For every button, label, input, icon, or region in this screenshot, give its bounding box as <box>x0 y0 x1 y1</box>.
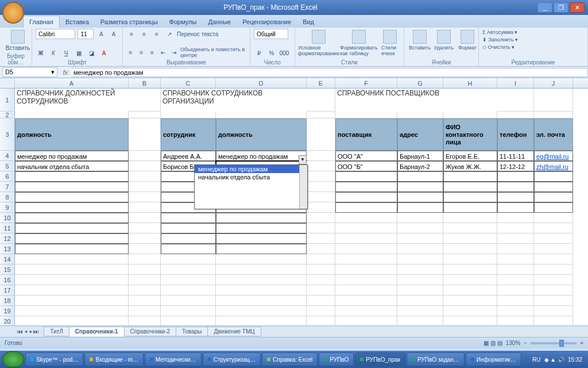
cell-C1[interactable]: СПРАВОЧНИК СОТРУДНИКОВ ОРГАНИЗАЦИИ <box>161 89 307 112</box>
cell-H5[interactable]: Жуков Ж.Ж. <box>443 161 497 171</box>
cell-C3[interactable]: сотрудник <box>161 118 216 151</box>
cell-E14[interactable] <box>307 254 335 264</box>
cell-A8[interactable] <box>15 192 129 202</box>
cell-J18[interactable] <box>534 296 573 306</box>
cell-E13[interactable] <box>307 244 335 254</box>
cell-E7[interactable] <box>307 182 335 192</box>
cell-F19[interactable] <box>335 306 397 316</box>
row-header[interactable]: 10 <box>0 213 15 223</box>
cell-B10[interactable] <box>129 213 161 223</box>
cell-E20[interactable] <box>307 316 335 325</box>
cell-B9[interactable] <box>129 202 161 213</box>
tray-icons[interactable]: ◆ ▲ 🔊 <box>544 356 564 363</box>
cell-G10[interactable] <box>397 213 443 223</box>
format-table-button[interactable]: Форматировать как таблицу <box>339 29 379 57</box>
cell-A7[interactable] <box>15 182 129 192</box>
cell-B2[interactable] <box>129 112 161 118</box>
row-header[interactable]: 14 <box>0 254 15 264</box>
cell-E3[interactable] <box>307 118 335 151</box>
lang-indicator[interactable]: RU <box>532 356 540 363</box>
insert-cells-button[interactable]: Вставить <box>408 29 432 52</box>
wrap-text[interactable]: Перенос текста <box>177 31 218 37</box>
cell-F2[interactable] <box>335 112 397 118</box>
indent-inc-icon[interactable]: ⇥ <box>169 47 178 57</box>
cell-styles-button[interactable]: Стили ячеек <box>379 29 400 57</box>
align-left-icon[interactable]: ≡ <box>126 47 135 57</box>
tab-home[interactable]: Главная <box>23 16 60 28</box>
row-header[interactable]: 7 <box>0 182 15 192</box>
name-box[interactable]: D5▾ <box>2 67 57 77</box>
taskbar-item[interactable]: Справка: Excel <box>262 352 318 366</box>
cell-F1[interactable]: СПРАВОЧНИК ПОСТАВЩИКОВ <box>335 89 497 112</box>
cell-G19[interactable] <box>397 306 443 316</box>
cell-A19[interactable] <box>15 306 129 316</box>
italic-icon[interactable]: К <box>48 48 59 58</box>
cell-A14[interactable] <box>15 254 129 264</box>
cell-I11[interactable] <box>497 223 534 233</box>
col-G[interactable]: G <box>397 78 443 88</box>
font-size[interactable]: 11 <box>78 29 94 39</box>
cell-C12[interactable] <box>161 233 216 244</box>
dropdown-option[interactable]: менеджер по продажам <box>195 165 307 173</box>
col-C[interactable]: C <box>161 78 216 88</box>
taskbar-item[interactable]: Методически… <box>145 352 202 366</box>
cell-G7[interactable] <box>397 182 443 192</box>
row-header[interactable]: 15 <box>0 264 15 275</box>
cell-C2[interactable] <box>161 112 216 118</box>
row-header[interactable]: 8 <box>0 192 15 202</box>
dropdown-scrollbar[interactable] <box>299 165 307 209</box>
cell-G9[interactable] <box>397 202 443 213</box>
cell-G12[interactable] <box>397 233 443 244</box>
col-I[interactable]: I <box>497 78 534 88</box>
office-button[interactable] <box>2 2 24 24</box>
format-cells-button[interactable]: Формат <box>456 29 479 52</box>
cell-D4[interactable]: менеджер по продажам <box>216 151 307 161</box>
cell-B1[interactable] <box>129 89 161 112</box>
row-header[interactable]: 12 <box>0 233 15 244</box>
cell-I12[interactable] <box>497 233 534 244</box>
cell-E12[interactable] <box>307 233 335 244</box>
cell-D3[interactable]: должность <box>216 118 307 151</box>
cell-F9[interactable] <box>335 202 397 213</box>
cell-C14[interactable] <box>161 254 216 264</box>
cell-G17[interactable] <box>397 285 443 296</box>
row-header[interactable]: 9 <box>0 202 15 213</box>
cell-B6[interactable] <box>129 171 161 182</box>
cell-C19[interactable] <box>161 306 216 316</box>
cell-D18[interactable] <box>216 296 307 306</box>
grow-font-icon[interactable]: A <box>96 29 106 39</box>
cell-B5[interactable] <box>129 161 161 171</box>
row-header[interactable]: 16 <box>0 275 15 285</box>
col-B[interactable]: B <box>129 78 161 88</box>
cell-B19[interactable] <box>129 306 161 316</box>
cell-E11[interactable] <box>307 223 335 233</box>
cell-E18[interactable] <box>307 296 335 306</box>
cell-H9[interactable] <box>443 202 497 213</box>
cell-J14[interactable] <box>534 254 573 264</box>
cell-J15[interactable] <box>534 264 573 275</box>
cell-E2[interactable] <box>307 112 335 118</box>
cell-E5[interactable] <box>307 161 335 171</box>
cell-J13[interactable] <box>534 244 573 254</box>
row-header[interactable]: 5 <box>0 161 15 171</box>
zoom-out-icon[interactable]: − <box>524 340 527 346</box>
taskbar-item[interactable]: Входящие - m… <box>84 352 144 366</box>
cell-C4[interactable]: Андреев А.А. <box>161 151 216 161</box>
cell-H8[interactable] <box>443 192 497 202</box>
row-header[interactable]: 17 <box>0 285 15 296</box>
cell-A4[interactable]: менеджер по продажам <box>15 151 129 161</box>
cell-F7[interactable] <box>335 182 397 192</box>
cell-E16[interactable] <box>307 275 335 285</box>
sheet-tab[interactable]: Справочники-2 <box>124 327 176 336</box>
row-header[interactable]: 18 <box>0 296 15 306</box>
cell-E19[interactable] <box>307 306 335 316</box>
select-all-corner[interactable] <box>0 78 15 88</box>
row-header[interactable]: 3 <box>0 118 15 151</box>
cell-H10[interactable] <box>443 213 497 223</box>
cell-H14[interactable] <box>443 254 497 264</box>
autosum[interactable]: Σ Автосумма ▾ <box>482 29 584 36</box>
cell-D14[interactable] <box>216 254 307 264</box>
cell-F3[interactable]: поставщик <box>335 118 397 151</box>
cell-B11[interactable] <box>129 223 161 233</box>
cell-F17[interactable] <box>335 285 397 296</box>
